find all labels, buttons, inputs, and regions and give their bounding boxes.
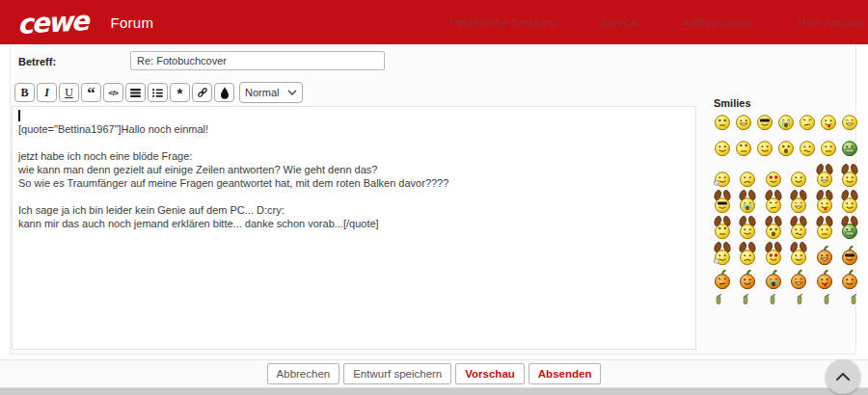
smiley-razz-icon[interactable]: [820, 106, 837, 131]
smiley-ears-smile-icon[interactable]: [841, 163, 858, 188]
entwurf-speichern-button[interactable]: Entwurf speichern: [343, 363, 451, 384]
smiley-ears-skeptical-icon[interactable]: [790, 215, 807, 240]
smiley-sprout-icon[interactable]: [741, 294, 750, 304]
nav-link-3[interactable]: Mein Account: [798, 16, 864, 28]
font-color-button[interactable]: [214, 83, 234, 102]
smiley-sprout-icon[interactable]: [714, 294, 723, 304]
smiley-grin-icon[interactable]: [735, 106, 752, 131]
editor-line: wie kann man denn gezielt auf einige Zei…: [18, 163, 690, 176]
smiley-sprout-icon[interactable]: [822, 294, 831, 304]
smiley-cool-icon[interactable]: [756, 106, 773, 131]
subject-label: Betreff:: [18, 56, 56, 67]
smiley-pumpkin-grin-icon[interactable]: [816, 241, 833, 266]
smiley-sprout-icon[interactable]: [795, 294, 804, 304]
smiley-sprout-icon[interactable]: [768, 294, 777, 304]
bold-icon: B: [20, 86, 28, 100]
ordered-list-button[interactable]: [148, 83, 168, 102]
smilies-row: [714, 215, 858, 240]
smiley-inlove-icon[interactable]: [765, 163, 782, 188]
smiley-sad-icon[interactable]: [739, 163, 756, 188]
smiley-rolleyes-icon[interactable]: [735, 132, 752, 157]
nav-link-2[interactable]: Auftragsstatus: [682, 16, 753, 28]
quote-button[interactable]: “: [81, 83, 101, 102]
smiley-beer-icon[interactable]: [714, 163, 731, 188]
message-textarea[interactable]: [quote="Bettina1967"]Hallo noch einmal!j…: [12, 106, 696, 350]
smiley-ears-lol-icon[interactable]: [790, 189, 807, 214]
smilies-row: [714, 189, 858, 214]
font-size-select[interactable]: Normal: [239, 82, 303, 103]
font-size-value: Normal: [245, 87, 279, 98]
smiley-ears-smile-icon[interactable]: [739, 215, 756, 240]
smiley-skeptical-icon[interactable]: [799, 132, 816, 157]
smiley-green-evil-icon[interactable]: [841, 132, 858, 157]
footer-actions: AbbrechenEntwurf speichernVorschauAbsend…: [0, 359, 868, 388]
smiley-ears-happy-icon[interactable]: [841, 189, 858, 214]
header-nav: Persönliche BeratungServiceAuftragsstatu…: [450, 16, 868, 28]
editor-line: kann mir das auch noch jemand erklären b…: [18, 217, 690, 230]
link-button[interactable]: [192, 83, 212, 102]
smiley-sprout-icon[interactable]: [849, 294, 858, 304]
nav-link-0[interactable]: Persönliche Beratung: [450, 16, 556, 28]
smiley-pumpkin-evil-icon[interactable]: [714, 265, 731, 290]
code-icon: </>: [108, 89, 118, 97]
scroll-to-top-button[interactable]: [826, 359, 860, 394]
brand-forum-label: Forum: [110, 14, 153, 31]
app-header: cewe Forum Persönliche BeratungServiceAu…: [0, 0, 868, 44]
smiley-ears-green-evil-icon[interactable]: [841, 215, 858, 240]
italic-button[interactable]: I: [37, 83, 57, 102]
smilies-panel: Smilies: [714, 97, 858, 304]
smiley-neutral-icon[interactable]: [714, 106, 731, 131]
smiley-speechless-icon[interactable]: [820, 132, 837, 157]
smiley-ears-rolleyes-icon[interactable]: [714, 215, 731, 240]
smiley-ears-beer-icon[interactable]: [714, 241, 731, 266]
smilies-grid: [714, 114, 858, 304]
absenden-button[interactable]: Absenden: [529, 363, 602, 384]
editor-line: Ich sage ja ich bin leider kein Genie au…: [18, 203, 690, 217]
abbrechen-button[interactable]: Abbrechen: [267, 363, 340, 384]
vorschau-button[interactable]: Vorschau: [455, 363, 525, 384]
italic-icon: I: [44, 86, 49, 100]
post-editor-card: Betreff: BIU“</>*Normal [quote="Bettina1…: [10, 44, 856, 355]
smiley-ears-cry-icon[interactable]: [739, 189, 756, 214]
editor-line: [18, 136, 690, 149]
bold-button[interactable]: B: [14, 83, 35, 102]
editor-line: [18, 190, 690, 203]
smiley-ears-shocked-icon[interactable]: [765, 215, 782, 240]
smiley-pumpkin-cry-icon[interactable]: [765, 265, 782, 290]
smiley-lol-icon[interactable]: [841, 106, 858, 131]
smiley-pumpkin-cool-icon[interactable]: [841, 241, 858, 266]
list-item-button[interactable]: *: [170, 83, 190, 102]
smiley-ears-sad-icon[interactable]: [739, 241, 756, 266]
font-color-icon: [220, 87, 230, 99]
smiley-ears-plain-icon[interactable]: [790, 241, 807, 266]
smiley-ears-evil-icon[interactable]: [765, 189, 782, 214]
ordered-list-icon: [152, 89, 163, 97]
editor-line: [quote="Bettina1967"]Hallo noch einmal!: [18, 122, 690, 136]
smiley-pumpkin-plain-icon[interactable]: [739, 265, 756, 290]
bottom-divider: [0, 388, 868, 395]
smiley-cry-icon[interactable]: [777, 106, 795, 131]
smiley-ears-grin-icon[interactable]: [816, 163, 833, 188]
smiley-plain-icon[interactable]: [790, 163, 807, 188]
list-button[interactable]: [125, 83, 146, 102]
smiley-pumpkin-lol-icon[interactable]: [790, 265, 807, 290]
smiley-ears-cool-icon[interactable]: [714, 189, 731, 214]
smiley-evil-icon[interactable]: [799, 106, 816, 131]
smiley-smile-icon[interactable]: [714, 132, 731, 157]
nav-link-1[interactable]: Service: [601, 16, 637, 28]
smiley-happy-icon[interactable]: [756, 132, 773, 157]
smilies-row: [714, 294, 858, 304]
editor-line: [18, 109, 690, 122]
smiley-ears-speechless-icon[interactable]: [816, 215, 833, 240]
smiley-ears-inlove-icon[interactable]: [765, 241, 782, 266]
bbcode-toolbar: BIU“</>*Normal: [14, 82, 303, 103]
smiley-ears-razz-icon[interactable]: [816, 189, 833, 214]
underline-button[interactable]: U: [59, 83, 79, 102]
smiley-pumpkin-smile-icon[interactable]: [841, 265, 858, 290]
code-button[interactable]: </>: [103, 83, 123, 102]
smilies-row: [714, 166, 858, 188]
subject-input[interactable]: [130, 51, 385, 70]
smiley-shocked-icon[interactable]: [777, 132, 795, 157]
smiley-pumpkin-razz-icon[interactable]: [816, 265, 833, 290]
underline-icon: U: [65, 86, 73, 100]
